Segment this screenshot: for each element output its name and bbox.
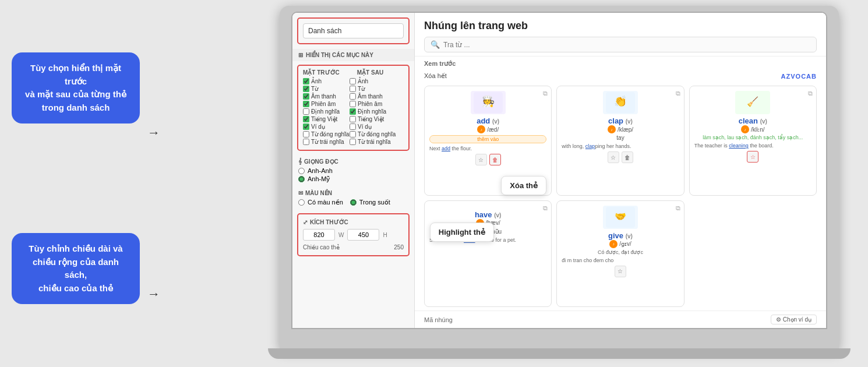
radio-anh-my: Anh-Mỹ: [298, 175, 408, 183]
danh-sach-select[interactable]: Danh sách: [303, 23, 404, 38]
front-tu-dong-nghia-checkbox[interactable]: [303, 131, 309, 137]
back-phien-am-checkbox[interactable]: [350, 101, 356, 107]
option-tu-trai-nghia: Từ trái nghĩa Từ trái nghĩa: [303, 139, 404, 145]
select-row: Danh sách: [297, 17, 410, 44]
radio-trong-suot: Trong suốt: [350, 199, 390, 206]
radio-co-mau-nen-input[interactable]: [298, 199, 305, 206]
search-bar: 🔍: [424, 37, 817, 52]
back-vi-du-checkbox[interactable]: [350, 123, 356, 130]
back-am-thanh-checkbox[interactable]: [350, 93, 356, 100]
front-vi-du-checkbox[interactable]: [303, 123, 309, 130]
card-clap-pron: ♪ /klæp/: [562, 125, 679, 133]
svg-text:🧹: 🧹: [747, 96, 758, 107]
front-phien-am-checkbox[interactable]: [303, 101, 309, 107]
them-vao-badge: thêm vào: [429, 135, 546, 143]
card-add-action-star[interactable]: ☆: [475, 154, 487, 165]
azvocab-logo: AZVOCAB: [781, 73, 817, 80]
face-options-box: MẶT TRƯỚC MẶT SAU Ảnh Ảnh Từ Từ: [297, 65, 410, 151]
card-clap-actions: ☆ 🗑: [562, 151, 679, 163]
gear-icon: ⚙: [776, 316, 781, 323]
radio-trong-suot-input[interactable]: [350, 199, 357, 206]
svg-text:🤝: 🤝: [615, 211, 626, 222]
option-vi-du: Ví dụ Ví dụ: [303, 123, 404, 130]
radio-anh-my-input[interactable]: [298, 176, 305, 182]
sound-icon-add[interactable]: ♪: [477, 125, 485, 133]
option-tu-dong-nghia: Từ đồng nghĩa Từ đồng nghĩa: [303, 131, 404, 137]
card-clap-example: with long, clapping her hands.: [562, 143, 679, 149]
laptop-outer: Danh sách ⊞ HIỂN THỊ CÁC MỤC NÀY MẶT TRƯ…: [280, 6, 839, 350]
arrow-bottom: →: [147, 287, 160, 302]
main-title: Nhúng lên trang web: [424, 20, 817, 32]
callout-top: Tùy chọn hiển thị mặt trước và mặt sau c…: [12, 52, 140, 123]
sound-icon-clean[interactable]: ♪: [741, 125, 749, 133]
front-anh-checkbox[interactable]: [303, 78, 309, 84]
chon-vi-du-button[interactable]: ⚙ Chọn ví dụ: [771, 315, 817, 324]
front-am-thanh-checkbox[interactable]: [303, 93, 309, 100]
height-input[interactable]: [347, 229, 379, 241]
width-input[interactable]: [303, 229, 335, 241]
card-give-edit-icon[interactable]: ⧉: [676, 204, 680, 212]
card-add-actions: ☆ 🗑: [429, 154, 546, 165]
card-clap-edit-icon[interactable]: ⧉: [676, 90, 680, 97]
back-dinh-nghia-checkbox[interactable]: [350, 108, 356, 115]
screen-content: Danh sách ⊞ HIỂN THỊ CÁC MỤC NÀY MẶT TRƯ…: [292, 13, 826, 328]
card-add-edit-icon[interactable]: ⧉: [543, 90, 548, 97]
card-give-actions: ☆: [562, 266, 679, 277]
option-dinh-nghia: Định nghĩa Định nghĩa: [303, 108, 404, 115]
back-tu-trai-nghia-checkbox[interactable]: [350, 139, 356, 145]
card-clap-action-star[interactable]: ☆: [608, 151, 619, 163]
card-have: ⧉ have (v) ♪ /hæv/ có, sở hữu Some famil…: [424, 200, 552, 308]
kich-thuoc-wh-row: W H: [303, 229, 404, 241]
back-tu-dong-nghia-checkbox[interactable]: [350, 131, 356, 137]
sound-icon-give[interactable]: ♪: [609, 240, 618, 248]
card-have-edit-icon[interactable]: ⧉: [543, 204, 548, 212]
laptop-base: [268, 348, 851, 359]
front-tu-checkbox[interactable]: [303, 86, 309, 92]
giong-doc-title: 𝄞 GIỌNG ĐỌC: [298, 158, 408, 165]
card-clean-meaning: làm sạch, lau sạch, đánh sạch, tẩy sạch.…: [694, 135, 811, 140]
radio-anh-anh: Anh-Anh: [298, 167, 408, 174]
back-anh-checkbox[interactable]: [350, 78, 356, 84]
footer-bar: Mã nhúng ⚙ Chọn ví dụ: [415, 310, 826, 328]
mau-nen-title: ✉ MÀU NỀN: [298, 190, 408, 196]
cards-toolbar: Xóa hết AZVOCAB: [415, 70, 826, 82]
card-give-pron: ♪ /ɡɪv/: [562, 240, 679, 248]
search-input[interactable]: [443, 41, 810, 49]
mau-nen-options: Có màu nền Trong suốt: [298, 199, 408, 207]
laptop-screen: Danh sách ⊞ HIỂN THỊ CÁC MỤC NÀY MẶT TRƯ…: [291, 12, 827, 329]
back-tieng-viet-checkbox[interactable]: [350, 116, 356, 122]
sidebar: Danh sách ⊞ HIỂN THỊ CÁC MỤC NÀY MẶT TRƯ…: [292, 13, 415, 328]
card-add-action-delete[interactable]: 🗑: [489, 154, 501, 165]
front-tieng-viet-checkbox[interactable]: [303, 116, 309, 122]
back-tu-checkbox[interactable]: [350, 86, 356, 92]
option-am-thanh: Âm thanh Âm thanh: [303, 93, 404, 100]
card-give-action-star[interactable]: ☆: [615, 266, 626, 277]
card-give: ⧉ 🤝 give (v) ♪ /ɡɪv/ Có được, đạt được đ…: [556, 200, 684, 308]
radio-co-mau-nen: Có màu nền: [298, 199, 343, 206]
section-display: ⊞ HIỂN THỊ CÁC MỤC NÀY: [292, 49, 414, 61]
card-clean-edit-icon[interactable]: ⧉: [808, 90, 813, 97]
radio-anh-anh-input[interactable]: [298, 168, 305, 174]
front-tu-trai-nghia-checkbox[interactable]: [303, 139, 309, 145]
front-dinh-nghia-checkbox[interactable]: [303, 108, 309, 115]
xoa-het-button[interactable]: Xóa hết: [424, 72, 447, 80]
kich-thuoc-box: ⤢ KÍCH THƯỚC W H Chiều cao thẻ 250: [297, 213, 410, 256]
sound-icon-clap[interactable]: ♪: [608, 125, 616, 133]
card-clap-word: clap (v): [562, 117, 679, 125]
svg-text:🧑‍🍳: 🧑‍🍳: [482, 95, 495, 108]
tooltip-xoa-the: Xóa thẻ: [501, 176, 546, 195]
callout-bottom: Tùy chỉnh chiều dài và chiều rộng của da…: [12, 233, 140, 304]
mau-nen-section: ✉ MÀU NỀN Có màu nền Trong suốt: [292, 188, 414, 210]
card-clean-actions: ☆: [694, 151, 811, 163]
card-clean-example: The teacher is cleaning the board.: [694, 143, 811, 149]
card-add-pron: ♪ /æd/: [429, 125, 546, 133]
card-clean-action-star[interactable]: ☆: [747, 151, 758, 163]
card-clap-action-delete[interactable]: 🗑: [622, 151, 633, 163]
svg-text:👏: 👏: [614, 95, 627, 108]
xem-truoc-label: Xem trước: [415, 57, 826, 70]
option-tieng-viet: Tiếng Việt Tiếng Việt: [303, 116, 404, 122]
main-area: Nhúng lên trang web 🔍 Xem trước Xóa hết …: [415, 13, 826, 328]
chieu-cao-row: Chiều cao thẻ 250: [303, 244, 404, 250]
card-clap: ⧉ 👏 clap (v) ♪ /klæp/ tay with long, cla…: [556, 86, 684, 196]
arrow-top: →: [147, 125, 160, 140]
